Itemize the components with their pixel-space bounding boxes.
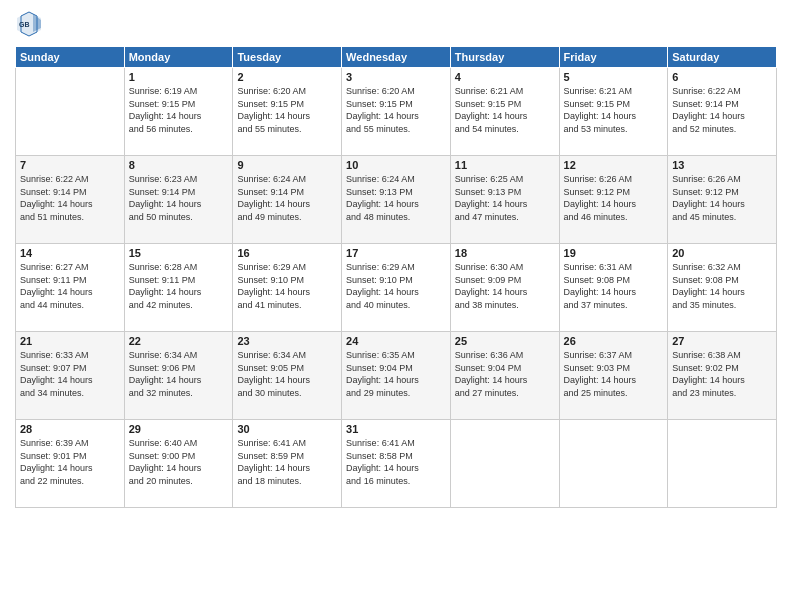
day-header: Friday [559, 47, 668, 68]
sunset-label: Sunset: 9:08 PM [564, 275, 631, 285]
day-number: 10 [346, 159, 446, 171]
calendar-week-row: 28 Sunrise: 6:39 AM Sunset: 9:01 PM Dayl… [16, 420, 777, 508]
calendar-day-cell: 5 Sunrise: 6:21 AM Sunset: 9:15 PM Dayli… [559, 68, 668, 156]
calendar-week-row: 21 Sunrise: 6:33 AM Sunset: 9:07 PM Dayl… [16, 332, 777, 420]
daylight-minutes: and 37 minutes. [564, 300, 628, 310]
sunrise-label: Sunrise: 6:22 AM [20, 174, 89, 184]
day-info: Sunrise: 6:29 AM Sunset: 9:10 PM Dayligh… [237, 261, 337, 311]
daylight-minutes: and 45 minutes. [672, 212, 736, 222]
day-number: 21 [20, 335, 120, 347]
page-header: GB [15, 10, 777, 38]
day-info: Sunrise: 6:34 AM Sunset: 9:06 PM Dayligh… [129, 349, 229, 399]
daylight-minutes: and 53 minutes. [564, 124, 628, 134]
day-info: Sunrise: 6:31 AM Sunset: 9:08 PM Dayligh… [564, 261, 664, 311]
day-info: Sunrise: 6:33 AM Sunset: 9:07 PM Dayligh… [20, 349, 120, 399]
day-number: 6 [672, 71, 772, 83]
calendar-day-cell: 1 Sunrise: 6:19 AM Sunset: 9:15 PM Dayli… [124, 68, 233, 156]
day-info: Sunrise: 6:22 AM Sunset: 9:14 PM Dayligh… [672, 85, 772, 135]
svg-text:GB: GB [19, 21, 30, 28]
sunrise-label: Sunrise: 6:20 AM [237, 86, 306, 96]
sunset-label: Sunset: 9:14 PM [672, 99, 739, 109]
daylight-minutes: and 32 minutes. [129, 388, 193, 398]
sunrise-label: Sunrise: 6:29 AM [346, 262, 415, 272]
day-info: Sunrise: 6:38 AM Sunset: 9:02 PM Dayligh… [672, 349, 772, 399]
sunrise-label: Sunrise: 6:39 AM [20, 438, 89, 448]
daylight-label: Daylight: 14 hours [455, 111, 528, 121]
day-number: 3 [346, 71, 446, 83]
sunset-label: Sunset: 9:12 PM [564, 187, 631, 197]
day-number: 8 [129, 159, 229, 171]
sunrise-label: Sunrise: 6:26 AM [564, 174, 633, 184]
sunset-label: Sunset: 9:01 PM [20, 451, 87, 461]
sunset-label: Sunset: 9:14 PM [129, 187, 196, 197]
sunrise-label: Sunrise: 6:25 AM [455, 174, 524, 184]
sunrise-label: Sunrise: 6:41 AM [237, 438, 306, 448]
daylight-minutes: and 34 minutes. [20, 388, 84, 398]
day-info: Sunrise: 6:26 AM Sunset: 9:12 PM Dayligh… [564, 173, 664, 223]
day-number: 1 [129, 71, 229, 83]
daylight-minutes: and 25 minutes. [564, 388, 628, 398]
sunset-label: Sunset: 9:05 PM [237, 363, 304, 373]
day-header: Sunday [16, 47, 125, 68]
daylight-label: Daylight: 14 hours [129, 463, 202, 473]
calendar-day-cell: 17 Sunrise: 6:29 AM Sunset: 9:10 PM Dayl… [342, 244, 451, 332]
daylight-label: Daylight: 14 hours [672, 111, 745, 121]
day-info: Sunrise: 6:36 AM Sunset: 9:04 PM Dayligh… [455, 349, 555, 399]
sunrise-label: Sunrise: 6:30 AM [455, 262, 524, 272]
sunset-label: Sunset: 9:15 PM [129, 99, 196, 109]
calendar-day-cell: 7 Sunrise: 6:22 AM Sunset: 9:14 PM Dayli… [16, 156, 125, 244]
calendar-day-cell: 8 Sunrise: 6:23 AM Sunset: 9:14 PM Dayli… [124, 156, 233, 244]
day-info: Sunrise: 6:25 AM Sunset: 9:13 PM Dayligh… [455, 173, 555, 223]
daylight-minutes: and 51 minutes. [20, 212, 84, 222]
day-number: 19 [564, 247, 664, 259]
sunrise-label: Sunrise: 6:33 AM [20, 350, 89, 360]
day-number: 13 [672, 159, 772, 171]
day-info: Sunrise: 6:22 AM Sunset: 9:14 PM Dayligh… [20, 173, 120, 223]
page-container: GB SundayMondayTuesdayWednesdayThursdayF… [0, 0, 792, 612]
daylight-label: Daylight: 14 hours [564, 199, 637, 209]
sunset-label: Sunset: 9:09 PM [455, 275, 522, 285]
calendar-day-cell: 2 Sunrise: 6:20 AM Sunset: 9:15 PM Dayli… [233, 68, 342, 156]
day-info: Sunrise: 6:23 AM Sunset: 9:14 PM Dayligh… [129, 173, 229, 223]
calendar-day-cell: 12 Sunrise: 6:26 AM Sunset: 9:12 PM Dayl… [559, 156, 668, 244]
daylight-minutes: and 16 minutes. [346, 476, 410, 486]
sunrise-label: Sunrise: 6:38 AM [672, 350, 741, 360]
sunset-label: Sunset: 9:03 PM [564, 363, 631, 373]
sunset-label: Sunset: 9:04 PM [346, 363, 413, 373]
daylight-minutes: and 27 minutes. [455, 388, 519, 398]
day-info: Sunrise: 6:29 AM Sunset: 9:10 PM Dayligh… [346, 261, 446, 311]
day-number: 29 [129, 423, 229, 435]
day-header: Wednesday [342, 47, 451, 68]
calendar-day-cell: 14 Sunrise: 6:27 AM Sunset: 9:11 PM Dayl… [16, 244, 125, 332]
daylight-label: Daylight: 14 hours [346, 111, 419, 121]
sunrise-label: Sunrise: 6:24 AM [237, 174, 306, 184]
sunrise-label: Sunrise: 6:22 AM [672, 86, 741, 96]
day-number: 30 [237, 423, 337, 435]
day-info: Sunrise: 6:20 AM Sunset: 9:15 PM Dayligh… [346, 85, 446, 135]
calendar-day-cell [559, 420, 668, 508]
day-number: 16 [237, 247, 337, 259]
calendar-day-cell: 4 Sunrise: 6:21 AM Sunset: 9:15 PM Dayli… [450, 68, 559, 156]
sunset-label: Sunset: 8:58 PM [346, 451, 413, 461]
calendar-day-cell: 13 Sunrise: 6:26 AM Sunset: 9:12 PM Dayl… [668, 156, 777, 244]
sunset-label: Sunset: 9:04 PM [455, 363, 522, 373]
daylight-label: Daylight: 14 hours [129, 287, 202, 297]
daylight-label: Daylight: 14 hours [672, 375, 745, 385]
sunrise-label: Sunrise: 6:19 AM [129, 86, 198, 96]
sunset-label: Sunset: 9:10 PM [346, 275, 413, 285]
sunset-label: Sunset: 9:11 PM [20, 275, 87, 285]
daylight-minutes: and 54 minutes. [455, 124, 519, 134]
sunset-label: Sunset: 9:13 PM [455, 187, 522, 197]
calendar-day-cell: 26 Sunrise: 6:37 AM Sunset: 9:03 PM Dayl… [559, 332, 668, 420]
day-number: 26 [564, 335, 664, 347]
calendar-day-cell: 31 Sunrise: 6:41 AM Sunset: 8:58 PM Dayl… [342, 420, 451, 508]
daylight-label: Daylight: 14 hours [346, 287, 419, 297]
sunset-label: Sunset: 9:10 PM [237, 275, 304, 285]
day-number: 24 [346, 335, 446, 347]
daylight-label: Daylight: 14 hours [20, 199, 93, 209]
logo-icon: GB [15, 10, 43, 38]
day-header: Tuesday [233, 47, 342, 68]
day-info: Sunrise: 6:26 AM Sunset: 9:12 PM Dayligh… [672, 173, 772, 223]
day-info: Sunrise: 6:24 AM Sunset: 9:14 PM Dayligh… [237, 173, 337, 223]
sunset-label: Sunset: 9:08 PM [672, 275, 739, 285]
